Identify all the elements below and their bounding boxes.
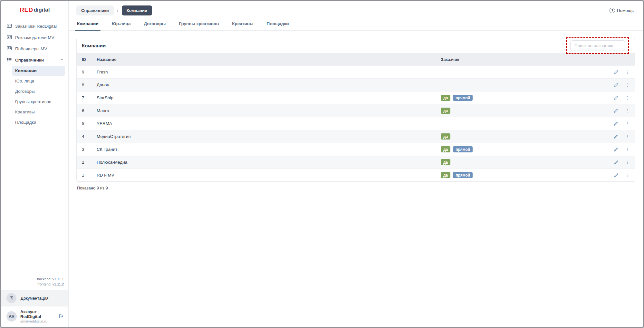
companies-card: Компании ID Название Заказчик 9 Fresh <box>76 38 635 182</box>
question-circle-icon: ? <box>610 8 615 13</box>
edit-icon[interactable] <box>613 82 619 88</box>
sidebar-item-dogovory[interactable]: Договоры <box>12 86 65 96</box>
kebab-menu-icon[interactable] <box>625 70 630 75</box>
kebab-menu-icon[interactable] <box>625 160 630 165</box>
badge-da: да <box>441 133 450 140</box>
sidebar-item-pablishery-mv[interactable]: Паблишеры MV <box>1 43 68 54</box>
cell-actions <box>604 134 630 139</box>
id-card-icon <box>7 23 12 29</box>
edit-icon[interactable] <box>613 95 619 101</box>
cell-id: 2 <box>82 160 97 165</box>
frontend-version: frontend: v1.11.2 <box>1 282 64 287</box>
cell-actions <box>604 121 630 126</box>
cell-actions <box>604 147 630 152</box>
sidebar-item-kreativy[interactable]: Креативы <box>12 107 65 117</box>
tab-kompanii[interactable]: Компании <box>76 18 99 30</box>
kebab-menu-icon[interactable] <box>625 95 630 101</box>
edit-icon[interactable] <box>613 70 619 75</box>
sidebar-subitem-label: Площадки <box>15 120 36 125</box>
sidebar-subitem-label: Группы креативов <box>15 99 51 104</box>
badge-pryamoy: прямой <box>453 172 473 178</box>
sidebar-item-ploshchadki[interactable]: Площадки <box>12 117 65 127</box>
cell-name: Данон <box>97 82 441 87</box>
search-input[interactable] <box>570 40 625 51</box>
badge-da: да <box>441 95 450 101</box>
column-header-customer: Заказчик <box>441 57 604 62</box>
tab-yur-lica[interactable]: Юр.лица <box>111 18 131 30</box>
sidebar-item-zakazchiki-reddigital[interactable]: Заказчики RedDigital <box>1 21 68 32</box>
documentation-link[interactable]: Документация <box>1 290 68 306</box>
edit-icon[interactable] <box>613 147 619 152</box>
kebab-menu-icon[interactable] <box>625 82 630 88</box>
edit-icon[interactable] <box>613 173 619 178</box>
sidebar-item-kompanii[interactable]: Компании <box>12 66 65 76</box>
cell-name: Полюса-Медиа <box>97 160 441 165</box>
account-name: Аккаунт RedDigital <box>20 309 55 319</box>
table-row: 3 СК Гранит да прямой <box>77 143 635 156</box>
account-row[interactable]: AR Аккаунт RedDigital am@reddigital.ru <box>1 306 68 327</box>
tab-kreativy[interactable]: Креативы <box>231 18 254 30</box>
chevron-up-icon <box>60 58 64 63</box>
tab-ploshchadki[interactable]: Площадки <box>266 18 290 30</box>
cell-customer: да прямой <box>441 146 604 152</box>
sidebar: RED digital Заказчики RedDigital Рекламо… <box>1 1 69 327</box>
kebab-menu-icon[interactable] <box>625 173 630 178</box>
breadcrumb-kompanii[interactable]: Компании <box>122 5 152 15</box>
sidebar-item-label: Паблишеры MV <box>15 46 47 51</box>
help-button[interactable]: ? Помощь <box>610 8 634 13</box>
kebab-menu-icon[interactable] <box>625 147 630 152</box>
logo-digital: digital <box>34 7 50 13</box>
logo: RED digital <box>1 3 68 17</box>
table-body: 9 Fresh 8 Данон <box>77 65 635 181</box>
kebab-menu-icon[interactable] <box>625 121 630 126</box>
sidebar-footer: backend: v1.11.1 frontend: v1.11.2 Докум… <box>1 277 68 327</box>
sidebar-item-reklamodateli-mv[interactable]: Рекламодатели MV <box>1 32 68 43</box>
search-wrap <box>570 40 625 51</box>
documentation-label: Документация <box>21 296 49 301</box>
edit-icon[interactable] <box>613 108 619 113</box>
cell-id: 9 <box>82 70 97 74</box>
sidebar-subnav: Компании Юр. лица Договоры Группы креати… <box>12 66 65 127</box>
tab-gruppy-kreativov[interactable]: Группы креативов <box>178 18 219 30</box>
table-row: 1 RD и MV да прямой <box>77 169 635 181</box>
cell-id: 8 <box>82 82 97 87</box>
breadcrumb-spravochniki[interactable]: Справочники <box>76 5 114 15</box>
tab-dogovory[interactable]: Договоры <box>143 18 167 30</box>
cell-actions <box>604 70 630 75</box>
table-row: 8 Данон <box>77 78 635 91</box>
table-row: 2 Полюса-Медиа да <box>77 156 635 169</box>
sidebar-item-gruppy-kreativov[interactable]: Группы креативов <box>12 97 65 107</box>
avatar: AR <box>6 311 17 322</box>
cell-name: RD и MV <box>97 173 441 178</box>
cell-customer: да <box>441 159 604 165</box>
cell-actions <box>604 82 630 88</box>
tab-bar: Компании Юр.лица Договоры Группы креатив… <box>69 18 643 31</box>
cell-customer: да прямой <box>441 95 604 101</box>
cell-id: 6 <box>82 108 97 113</box>
account-info: Аккаунт RedDigital am@reddigital.ru <box>20 309 55 323</box>
cell-actions <box>604 108 630 113</box>
cell-name: StarShip <box>97 95 441 100</box>
main-area: Справочники › Компании ? Помощь Компании… <box>69 1 643 327</box>
kebab-menu-icon[interactable] <box>625 108 630 113</box>
content: Компании ID Название Заказчик 9 Fresh <box>69 31 643 327</box>
kebab-menu-icon[interactable] <box>625 134 630 139</box>
cell-customer: да прямой <box>441 172 604 178</box>
sidebar-item-yur-lica[interactable]: Юр. лица <box>12 76 65 86</box>
sidebar-item-spravochniki[interactable]: Справочники <box>1 54 68 66</box>
badge-da: да <box>441 108 450 114</box>
badge-da: да <box>441 172 450 178</box>
edit-icon[interactable] <box>613 134 619 139</box>
edit-icon[interactable] <box>613 160 619 165</box>
app-window: RED digital Заказчики RedDigital Рекламо… <box>0 0 644 328</box>
column-header-name: Название <box>97 57 441 62</box>
cell-customer: да <box>441 108 604 114</box>
table-row: 9 Fresh <box>77 65 635 78</box>
badge-pryamoy: прямой <box>453 146 473 152</box>
sidebar-item-label: Заказчики RedDigital <box>15 24 57 29</box>
breadcrumb: Справочники › Компании <box>76 5 152 15</box>
logout-icon[interactable] <box>58 314 64 319</box>
edit-icon[interactable] <box>613 121 619 126</box>
chevron-right-icon: › <box>117 8 119 13</box>
book-icon <box>6 293 16 303</box>
